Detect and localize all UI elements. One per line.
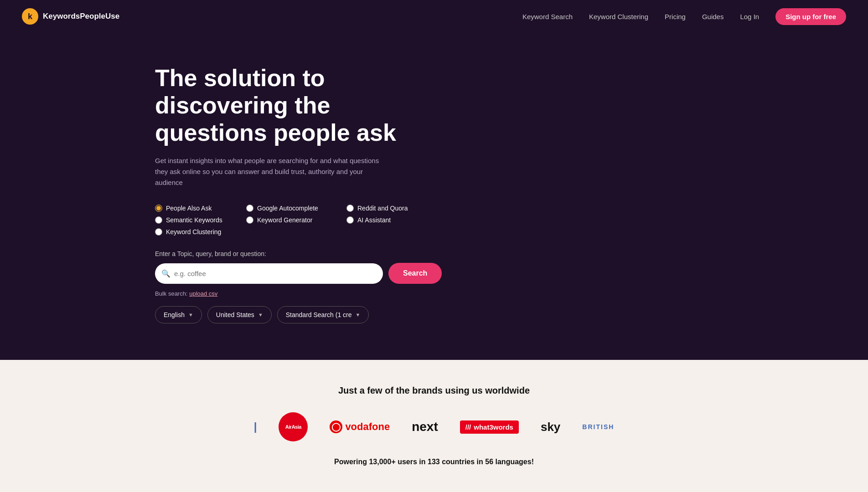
vodafone-icon: ◯ bbox=[330, 420, 342, 433]
brands-title: Just a few of the brands using us worldw… bbox=[22, 385, 846, 396]
option-label-semantic-keywords: Semantic Keywords bbox=[166, 216, 222, 224]
option-label-keyword-clustering: Keyword Clustering bbox=[166, 228, 221, 236]
brands-stat: Powering 13,000+ users in 133 countries … bbox=[22, 458, 846, 466]
country-dropdown[interactable]: United States ▼ bbox=[207, 306, 272, 323]
chevron-down-icon: ▼ bbox=[258, 312, 263, 318]
brands-logos: | AirAsia ◯ vodafone next /// what3words… bbox=[22, 412, 846, 441]
search-input-wrap: 🔍 bbox=[155, 263, 383, 284]
search-type-dropdown[interactable]: Standard Search (1 cre ▼ bbox=[277, 306, 369, 323]
search-row: 🔍 Search bbox=[155, 263, 846, 284]
hero-section: The solution to discovering the question… bbox=[0, 33, 868, 360]
option-keyword-clustering[interactable]: Keyword Clustering bbox=[155, 228, 246, 236]
option-semantic-keywords[interactable]: Semantic Keywords bbox=[155, 216, 246, 224]
brand-next: next bbox=[412, 420, 438, 434]
brand-vodafone: ◯ vodafone bbox=[330, 420, 390, 433]
option-google-autocomplete[interactable]: Google Autocomplete bbox=[246, 205, 346, 212]
navbar: k KeywordsPeopleUse Keyword Search Keywo… bbox=[0, 0, 868, 33]
search-options: People Also Ask Google Autocomplete Redd… bbox=[155, 205, 846, 236]
signup-button[interactable]: Sign up for free bbox=[775, 8, 846, 25]
brand-airasia: AirAsia bbox=[279, 412, 308, 441]
hero-title: The solution to discovering the question… bbox=[155, 65, 410, 146]
brand-sky: sky bbox=[541, 420, 560, 434]
brand-what3words: /// what3words bbox=[460, 420, 519, 434]
option-label-reddit-quora: Reddit and Quora bbox=[357, 205, 408, 212]
language-dropdown[interactable]: English ▼ bbox=[155, 306, 202, 323]
search-icon: 🔍 bbox=[161, 269, 170, 278]
brand-british: BRITISH bbox=[582, 423, 614, 430]
brands-section: Just a few of the brands using us worldw… bbox=[0, 360, 868, 492]
nav-pricing[interactable]: Pricing bbox=[665, 13, 686, 20]
chevron-down-icon: ▼ bbox=[188, 312, 193, 318]
option-label-keyword-generator: Keyword Generator bbox=[257, 216, 312, 224]
bulk-search-text: Bulk search: upload csv bbox=[155, 290, 846, 297]
dropdowns-row: English ▼ United States ▼ Standard Searc… bbox=[155, 306, 846, 323]
nav-keyword-search[interactable]: Keyword Search bbox=[522, 13, 573, 20]
hero-subtitle: Get instant insights into what people ar… bbox=[155, 155, 392, 188]
navbar-links: Keyword Search Keyword Clustering Pricin… bbox=[522, 8, 846, 25]
nav-login[interactable]: Log In bbox=[740, 13, 759, 20]
search-button[interactable]: Search bbox=[388, 263, 442, 284]
option-people-also-ask[interactable]: People Also Ask bbox=[155, 205, 246, 212]
search-input[interactable] bbox=[155, 263, 383, 284]
option-label-google-autocomplete: Google Autocomplete bbox=[257, 205, 318, 212]
nav-guides[interactable]: Guides bbox=[702, 13, 724, 20]
option-label-people-also-ask: People Also Ask bbox=[166, 205, 212, 212]
logo-icon: k bbox=[22, 8, 38, 25]
brand-partial: | bbox=[254, 420, 257, 433]
nav-keyword-clustering[interactable]: Keyword Clustering bbox=[589, 13, 648, 20]
logo-text: KeywordsPeopleUse bbox=[43, 12, 119, 21]
option-keyword-generator[interactable]: Keyword Generator bbox=[246, 216, 346, 224]
option-label-ai-assistant: AI Assistant bbox=[357, 216, 391, 224]
logo[interactable]: k KeywordsPeopleUse bbox=[22, 8, 119, 25]
upload-csv-link[interactable]: upload csv bbox=[189, 290, 217, 297]
option-ai-assistant[interactable]: AI Assistant bbox=[346, 216, 438, 224]
search-label: Enter a Topic, query, brand or question: bbox=[155, 250, 846, 257]
option-reddit-quora[interactable]: Reddit and Quora bbox=[346, 205, 438, 212]
chevron-down-icon: ▼ bbox=[356, 312, 361, 318]
